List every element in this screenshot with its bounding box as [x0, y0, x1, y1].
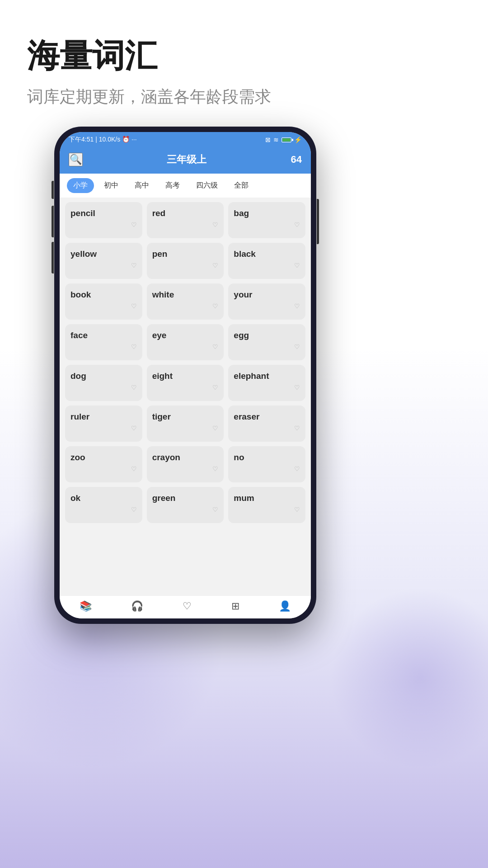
- favorite-icon[interactable]: ♡: [294, 343, 300, 350]
- favorite-icon[interactable]: ♡: [131, 343, 137, 350]
- word-card[interactable]: white ♡: [147, 283, 224, 320]
- expand-icon: ⊞: [231, 600, 239, 612]
- phone-mockup: 下午4:51 | 10.0K/s ⏰ ··· ⊠ ≋ ⚡ 🔍 三年级上 64 小: [54, 127, 316, 624]
- app-header-title: 三年级上: [167, 153, 206, 166]
- favorite-icon[interactable]: ♡: [131, 506, 137, 513]
- word-text: tiger: [152, 412, 171, 422]
- word-card[interactable]: pencil ♡: [65, 202, 142, 238]
- favorite-icon[interactable]: ♡: [294, 384, 300, 391]
- nav-favorites[interactable]: ♡: [183, 600, 192, 612]
- word-card[interactable]: ok ♡: [65, 487, 142, 523]
- tab-high[interactable]: 高中: [128, 178, 155, 193]
- phone-screen: 下午4:51 | 10.0K/s ⏰ ··· ⊠ ≋ ⚡ 🔍 三年级上 64 小: [60, 132, 311, 618]
- word-text: your: [234, 290, 252, 300]
- word-text: no: [234, 453, 244, 462]
- favorite-icon[interactable]: ♡: [131, 425, 137, 432]
- word-text: eight: [152, 371, 173, 381]
- page-subtitle: 词库定期更新，涵盖各年龄段需求: [27, 86, 461, 108]
- word-card[interactable]: tiger ♡: [147, 406, 224, 442]
- favorite-icon[interactable]: ♡: [294, 221, 300, 228]
- word-card[interactable]: mum ♡: [228, 487, 305, 523]
- status-bar: 下午4:51 | 10.0K/s ⏰ ··· ⊠ ≋ ⚡: [60, 132, 311, 147]
- word-card[interactable]: eye ♡: [147, 324, 224, 360]
- word-card[interactable]: zoo ♡: [65, 446, 142, 482]
- word-card[interactable]: dog ♡: [65, 365, 142, 401]
- word-text: ruler: [70, 412, 89, 422]
- word-card[interactable]: your ♡: [228, 283, 305, 320]
- word-text: face: [70, 330, 88, 340]
- bottom-nav: 📚 🎧 ♡ ⊞ 👤: [60, 595, 311, 618]
- tab-46[interactable]: 四六级: [190, 178, 224, 193]
- phone-frame: 下午4:51 | 10.0K/s ⏰ ··· ⊠ ≋ ⚡ 🔍 三年级上 64 小: [54, 127, 316, 624]
- word-card[interactable]: red ♡: [147, 202, 224, 238]
- category-tabs: 小学 初中 高中 高考 四六级 全部: [60, 174, 311, 198]
- word-card[interactable]: green ♡: [147, 487, 224, 523]
- favorite-icon[interactable]: ♡: [294, 425, 300, 432]
- word-text: white: [152, 290, 174, 300]
- favorite-icon[interactable]: ♡: [212, 384, 218, 391]
- word-card[interactable]: pen ♡: [147, 243, 224, 279]
- word-card[interactable]: yellow ♡: [65, 243, 142, 279]
- favorite-icon[interactable]: ♡: [212, 465, 218, 472]
- favorite-icon[interactable]: ♡: [131, 465, 137, 472]
- tab-elementary[interactable]: 小学: [67, 178, 94, 193]
- word-card[interactable]: elephant ♡: [228, 365, 305, 401]
- favorite-icon[interactable]: ♡: [131, 384, 137, 391]
- favorite-icon[interactable]: ♡: [212, 425, 218, 432]
- word-text: eraser: [234, 412, 259, 422]
- profile-icon: 👤: [279, 600, 291, 612]
- word-text: zoo: [70, 453, 85, 462]
- wifi-icon: ≋: [273, 136, 279, 143]
- favorite-icon[interactable]: ♡: [212, 302, 218, 310]
- status-icons: ⊠ ≋ ⚡: [265, 136, 302, 143]
- word-card[interactable]: eight ♡: [147, 365, 224, 401]
- app-header: 🔍 三年级上 64: [60, 147, 311, 174]
- favorite-icon[interactable]: ♡: [294, 302, 300, 310]
- word-text: bag: [234, 208, 249, 218]
- nav-dictation[interactable]: 🎧: [131, 600, 143, 612]
- word-text: crayon: [152, 453, 180, 462]
- favorite-icon[interactable]: ♡: [212, 506, 218, 513]
- heart-nav-icon: ♡: [183, 600, 192, 612]
- favorite-icon[interactable]: ♡: [294, 506, 300, 513]
- favorite-icon[interactable]: ♡: [131, 302, 137, 310]
- dictation-icon: 🎧: [131, 600, 143, 612]
- word-card[interactable]: no ♡: [228, 446, 305, 482]
- word-text: red: [152, 208, 166, 218]
- word-text: book: [70, 290, 91, 300]
- word-text: pen: [152, 249, 168, 259]
- tab-middle[interactable]: 初中: [98, 178, 125, 193]
- tab-all[interactable]: 全部: [228, 178, 255, 193]
- word-card[interactable]: black ♡: [228, 243, 305, 279]
- favorite-icon[interactable]: ♡: [212, 343, 218, 350]
- word-card[interactable]: ruler ♡: [65, 406, 142, 442]
- favorite-icon[interactable]: ♡: [131, 262, 137, 269]
- favorite-icon[interactable]: ♡: [294, 262, 300, 269]
- word-text: egg: [234, 330, 249, 340]
- word-grid: pencil ♡ red ♡ bag ♡ yellow ♡ pen ♡ blac…: [60, 198, 311, 595]
- favorite-icon[interactable]: ♡: [212, 262, 218, 269]
- page-header: 海量词汇 词库定期更新，涵盖各年龄段需求: [0, 0, 488, 117]
- word-card[interactable]: book ♡: [65, 283, 142, 320]
- word-card[interactable]: eraser ♡: [228, 406, 305, 442]
- word-card[interactable]: egg ♡: [228, 324, 305, 360]
- word-text: ok: [70, 493, 80, 503]
- nav-wordbook[interactable]: 📚: [80, 600, 92, 612]
- nav-expand[interactable]: ⊞: [231, 600, 239, 612]
- signal-icon: ⊠: [265, 136, 271, 143]
- favorite-icon[interactable]: ♡: [131, 221, 137, 228]
- page-title: 海量词汇: [27, 36, 461, 75]
- status-time: 下午4:51 | 10.0K/s ⏰ ···: [69, 136, 137, 144]
- word-text: yellow: [70, 249, 97, 259]
- tab-gaokao[interactable]: 高考: [159, 178, 186, 193]
- word-card[interactable]: crayon ♡: [147, 446, 224, 482]
- search-button[interactable]: 🔍: [69, 153, 83, 166]
- word-text: elephant: [234, 371, 269, 381]
- word-card[interactable]: face ♡: [65, 324, 142, 360]
- favorite-icon[interactable]: ♡: [294, 465, 300, 472]
- word-card[interactable]: bag ♡: [228, 202, 305, 238]
- word-text: pencil: [70, 208, 95, 218]
- favorite-icon[interactable]: ♡: [212, 221, 218, 228]
- nav-profile[interactable]: 👤: [279, 600, 291, 612]
- word-text: black: [234, 249, 256, 259]
